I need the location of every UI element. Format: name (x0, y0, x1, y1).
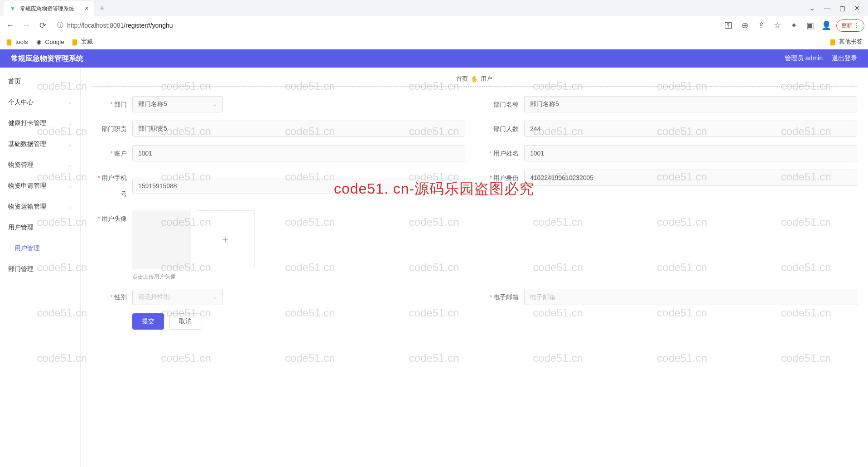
extensions-icon[interactable]: ✦ (787, 19, 800, 32)
sidebar: 首页 个人中心⌄ 健康打卡管理⌄ 基础数据管理⌄ 物资管理⌄ 物资申请管理⌄ 物… (0, 68, 81, 467)
dept-duty-input[interactable] (132, 121, 465, 137)
label-avatar: *用户头像 (92, 210, 132, 227)
sidebar-item-apply[interactable]: 物资申请管理⌄ (0, 175, 80, 196)
avatar-preview[interactable] (132, 210, 191, 269)
label-account: *账户 (92, 145, 132, 161)
bookmark-treasure[interactable]: ▇宝藏 (71, 38, 93, 46)
reload-button[interactable]: ⟳ (36, 19, 49, 32)
sidebar-item-profile[interactable]: 个人中心⌄ (0, 92, 80, 113)
chevron-down-icon: ⌄ (212, 294, 217, 300)
other-bookmarks[interactable]: ▇其他书签 (829, 38, 863, 46)
plus-icon: + (222, 234, 228, 246)
idcard-input[interactable] (524, 170, 857, 186)
chevron-down-icon: ⌄ (68, 267, 72, 272)
label-dept-name: 部门名称 (483, 96, 524, 112)
zoom-icon[interactable]: ⊕ (738, 19, 751, 32)
label-phone: *用户手机号 (92, 170, 132, 202)
logout-link[interactable]: 退出登录 (832, 54, 857, 63)
chevron-down-icon: ⌄ (212, 101, 217, 107)
dept-name-input[interactable] (524, 96, 857, 112)
url-path: /register#/yonghu (124, 22, 173, 29)
upload-hint: 点击上传用户头像 (132, 273, 857, 281)
sidebar-item-home[interactable]: 首页 (0, 71, 80, 92)
chevron-down-icon: ⌄ (68, 100, 72, 105)
close-tab-icon[interactable]: × (85, 5, 89, 13)
sidebar-item-user-mgmt[interactable]: 用户管理⌄ (0, 217, 80, 238)
url-prefix: http:// (67, 22, 83, 29)
tab-bar: ▼ 常规应急物资管理系统 × + ⌄ — ▢ ✕ (0, 0, 868, 16)
chevron-down-icon[interactable]: ⌄ (810, 5, 815, 12)
user-name-input[interactable] (524, 145, 857, 161)
label-dept-duty: 部门职责 (92, 121, 132, 137)
avatar-upload-button[interactable]: + (196, 210, 255, 269)
nav-right: ⚿ ⊕ ⇪ ☆ ✦ ▣ 👤 更新⋮ (722, 19, 864, 32)
breadcrumb-sep-icon: ✋ (471, 76, 478, 83)
sidebar-item-transport[interactable]: 物资运输管理⌄ (0, 196, 80, 217)
close-window-icon[interactable]: ✕ (854, 5, 860, 12)
folder-icon: ▇ (829, 38, 836, 45)
label-dept: *部门 (92, 96, 132, 112)
profile-icon[interactable]: 👤 (820, 19, 833, 32)
submit-button[interactable]: 提交 (132, 313, 164, 330)
gender-select[interactable]: 请选择性别⌄ (132, 289, 223, 305)
browser-chrome: ▼ 常规应急物资管理系统 × + ⌄ — ▢ ✕ ← → ⟳ ⓘ http://… (0, 0, 868, 49)
bookmark-tools[interactable]: ▇tools (5, 38, 28, 45)
cancel-button[interactable]: 取消 (169, 313, 201, 330)
google-icon: ◉ (35, 38, 42, 45)
bookmark-star-icon[interactable]: ☆ (771, 19, 784, 32)
account-input[interactable] (132, 145, 465, 161)
bookmark-google[interactable]: ◉Google (35, 38, 64, 45)
sidebar-item-dept[interactable]: 部门管理⌄ (0, 259, 80, 280)
chevron-down-icon: ⌄ (68, 163, 72, 168)
minimize-icon[interactable]: — (824, 5, 830, 12)
new-tab-button[interactable]: + (94, 4, 110, 13)
chevron-down-icon: ⌄ (68, 225, 72, 230)
address-bar[interactable]: ⓘ http://localhost:8081/register#/yonghu (53, 19, 719, 32)
breadcrumb-current: 用户 (481, 75, 492, 83)
breadcrumb: 首页 ✋ 用户 (92, 75, 857, 83)
label-dept-count: 部门人数 (483, 121, 524, 137)
folder-icon: ▇ (5, 38, 13, 45)
vue-favicon-icon: ▼ (9, 5, 16, 12)
url-host: localhost:8081 (83, 22, 124, 29)
sidebar-item-health[interactable]: 健康打卡管理⌄ (0, 113, 80, 134)
tab-title: 常规应急物资管理系统 (20, 5, 74, 13)
app-header: 常规应急物资管理系统 管理员 admin 退出登录 (0, 49, 868, 68)
label-gender: *性别 (92, 289, 132, 305)
more-icon: ⋮ (854, 22, 859, 29)
info-icon: ⓘ (57, 21, 63, 29)
forward-button[interactable]: → (20, 19, 33, 32)
main-content: 首页 ✋ 用户 *部门 部门名称5⌄ 部门名称 部门职责 (81, 68, 868, 467)
label-idcard: *用户身份 (483, 170, 524, 186)
chevron-down-icon: ⌄ (68, 184, 72, 189)
dept-count-input[interactable] (524, 121, 857, 137)
chevron-down-icon: ⌄ (68, 121, 72, 126)
chevron-down-icon: ⌄ (68, 142, 72, 147)
dept-select[interactable]: 部门名称5⌄ (132, 96, 223, 112)
user-form: *部门 部门名称5⌄ 部门名称 部门职责 部门人数 (92, 96, 857, 330)
app-body: 首页 个人中心⌄ 健康打卡管理⌄ 基础数据管理⌄ 物资管理⌄ 物资申请管理⌄ 物… (0, 68, 868, 467)
label-user-name: *用户姓名 (483, 145, 524, 161)
phone-input[interactable] (132, 178, 465, 194)
update-button[interactable]: 更新⋮ (836, 19, 864, 32)
user-label[interactable]: 管理员 admin (785, 54, 823, 63)
sidebar-item-materials[interactable]: 物资管理⌄ (0, 155, 80, 175)
sidebar-item-basic-data[interactable]: 基础数据管理⌄ (0, 134, 80, 155)
divider (92, 87, 857, 87)
bookmark-bar: ▇tools ◉Google ▇宝藏 ▇其他书签 (0, 34, 868, 49)
browser-tab[interactable]: ▼ 常规应急物资管理系统 × (4, 1, 94, 16)
app-title: 常规应急物资管理系统 (11, 54, 83, 63)
window-controls: ⌄ — ▢ ✕ (810, 5, 864, 12)
back-button[interactable]: ← (4, 19, 16, 32)
share-icon[interactable]: ⇪ (755, 19, 767, 32)
maximize-icon[interactable]: ▢ (839, 5, 845, 12)
chevron-down-icon: ⌄ (68, 204, 72, 209)
key-icon[interactable]: ⚿ (722, 19, 735, 32)
folder-icon: ▇ (71, 38, 78, 45)
sidebar-item-user-mgmt-sub[interactable]: 用户管理 (0, 238, 80, 259)
email-input[interactable] (524, 289, 857, 305)
breadcrumb-home[interactable]: 首页 (456, 75, 468, 83)
panel-icon[interactable]: ▣ (804, 19, 816, 32)
nav-bar: ← → ⟳ ⓘ http://localhost:8081/register#/… (0, 16, 868, 34)
label-email: *电子邮箱 (483, 289, 524, 305)
